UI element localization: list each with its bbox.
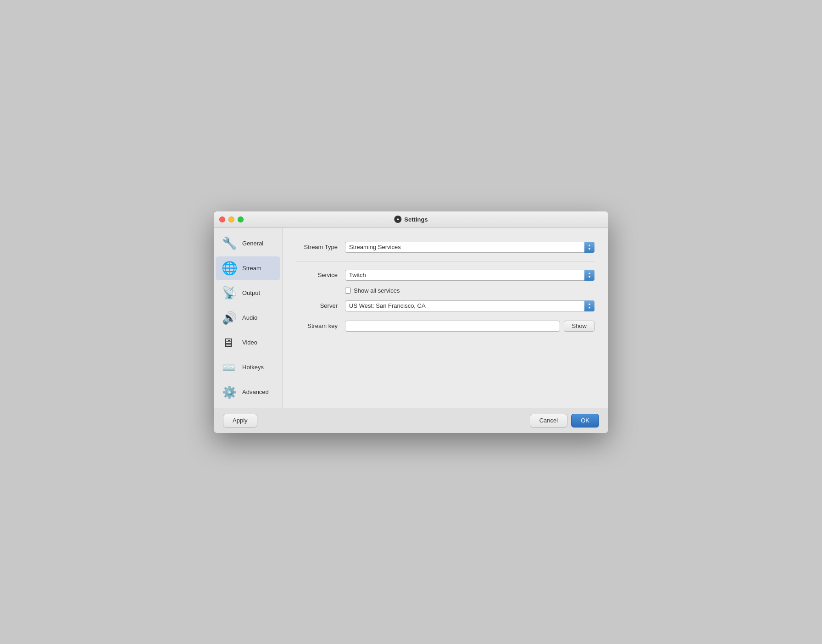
service-row: Service Twitch [296,265,594,285]
sidebar-label-general: General [242,240,263,247]
main-content: Stream Type Streaming Services Service [283,228,608,408]
maximize-button[interactable] [238,217,244,222]
stream-key-input[interactable] [345,321,560,332]
sidebar-label-output: Output [242,289,260,296]
advanced-icon [221,384,238,400]
stream-key-control: Show [345,321,594,332]
window-title: ● Settings [394,216,428,223]
stream-key-label: Stream key [296,322,338,329]
sidebar-label-video: Video [242,339,257,346]
service-label: Service [296,272,338,278]
window-body: General Stream Output Audio Video Hotkey… [214,228,608,408]
stream-type-label: Stream Type [296,244,338,250]
footer-left: Apply [223,414,257,427]
sidebar-item-hotkeys[interactable]: Hotkeys [216,355,280,379]
minimize-button[interactable] [228,217,234,222]
sidebar-item-advanced[interactable]: Advanced [216,380,280,404]
show-all-services-label[interactable]: Show all services [354,287,400,294]
titlebar: ● Settings [214,211,608,228]
window-title-text: Settings [404,216,428,223]
stream-type-row: Stream Type Streaming Services [296,237,594,257]
traffic-lights [219,217,244,222]
service-select[interactable]: Twitch [345,270,594,281]
sidebar-item-audio[interactable]: Audio [216,306,280,330]
sidebar-label-stream: Stream [242,265,261,272]
close-button[interactable] [219,217,225,222]
stream-type-select[interactable]: Streaming Services [345,242,594,253]
server-select-wrapper: US West: San Francisco, CA [345,300,594,311]
stream-key-row: Stream key Show [296,316,594,336]
sidebar: General Stream Output Audio Video Hotkey… [214,228,283,408]
general-icon [221,235,238,252]
apply-button[interactable]: Apply [223,414,257,427]
sidebar-item-general[interactable]: General [216,232,280,255]
stream-settings-panel: Stream Type Streaming Services Service [296,237,594,399]
service-control: Twitch [345,270,594,281]
video-icon [221,334,238,351]
audio-icon [221,310,238,326]
sidebar-item-stream[interactable]: Stream [216,256,280,280]
hotkeys-icon [221,359,238,376]
sidebar-label-audio: Audio [242,314,257,321]
footer-right: Cancel OK [530,414,599,427]
sidebar-label-advanced: Advanced [242,389,269,395]
stream-icon [221,260,238,277]
settings-window: ● Settings General Stream Output Audio [214,211,608,433]
stream-type-select-wrapper: Streaming Services [345,242,594,253]
sidebar-label-hotkeys: Hotkeys [242,364,264,371]
sidebar-item-output[interactable]: Output [216,281,280,305]
show-all-services-row: Show all services [345,285,594,296]
cancel-button[interactable]: Cancel [530,414,567,427]
show-all-services-checkbox[interactable] [345,288,351,294]
stream-type-control: Streaming Services [345,242,594,253]
separator-1 [296,261,594,261]
server-control: US West: San Francisco, CA [345,300,594,311]
sidebar-item-video[interactable]: Video [216,331,280,355]
service-select-wrapper: Twitch [345,270,594,281]
server-label: Server [296,302,338,309]
show-stream-key-button[interactable]: Show [564,321,594,332]
footer: Apply Cancel OK [214,408,608,433]
output-icon [221,285,238,301]
app-icon: ● [394,216,401,223]
server-row: Server US West: San Francisco, CA [296,296,594,316]
ok-button[interactable]: OK [571,414,599,427]
server-select[interactable]: US West: San Francisco, CA [345,300,594,311]
